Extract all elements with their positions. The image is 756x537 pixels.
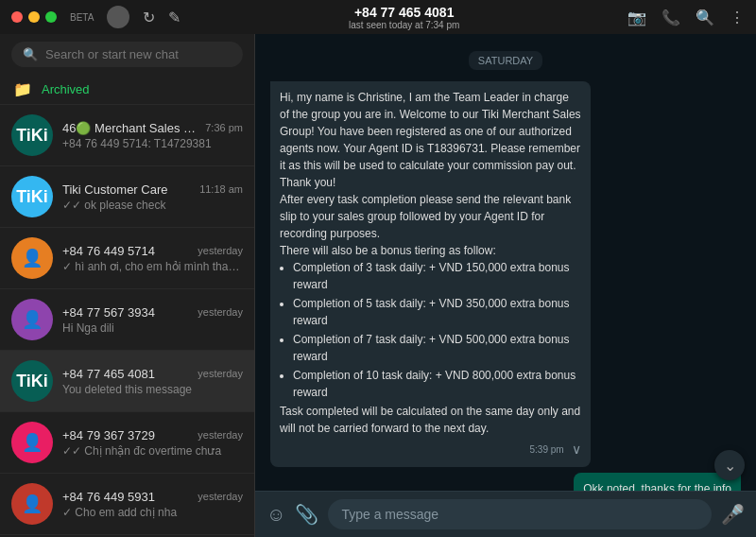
chat-item-top: +84 77 465 4081 yesterday (62, 367, 243, 381)
search-icon[interactable]: 🔍 (696, 9, 714, 26)
chat-item-name: +84 76 449 5931 (62, 490, 155, 504)
chat-item-content: 46🟢 Merchant Sales Group 7:36 pm +84 76 … (62, 121, 243, 150)
chat-list-item[interactable]: TiKi +84 77 465 4081 yesterday You delet… (0, 351, 254, 412)
chat-avatar: TiKi (11, 360, 53, 402)
chat-item-name: +84 77 567 3934 (62, 305, 155, 320)
message-bubble: Okk noted. thanks for the info 5:40 pm ✓… (574, 473, 741, 491)
close-button[interactable] (11, 11, 23, 23)
chat-item-preview: ✓ Cho em add chị nha (62, 506, 243, 519)
chat-item-time: yesterday (198, 491, 243, 502)
message-input[interactable] (328, 499, 712, 529)
chat-item-name: 46🟢 Merchant Sales Group (62, 121, 204, 135)
avatar (107, 6, 129, 28)
message-text: Hi, my name is Christine, I am the Team … (280, 89, 581, 437)
compose-icon[interactable]: ✎ (168, 9, 180, 26)
search-box[interactable]: 🔍 (11, 42, 243, 67)
chat-item-content: +84 77 567 3934 yesterday Hi Nga dili (62, 305, 243, 335)
chat-item-name: +84 76 449 5714 (62, 244, 155, 258)
chat-item-content: Tiki Customer Care 11:18 am ✓✓ ok please… (62, 182, 243, 212)
traffic-lights (11, 11, 57, 23)
chat-item-preview: ✓✓ Chị nhận đc overtime chưa (62, 444, 243, 458)
archived-row[interactable]: 📁 Archived (0, 75, 254, 105)
chat-item-time: 11:18 am (199, 183, 243, 195)
search-icon: 🔍 (23, 47, 38, 61)
chat-item-preview: ✓ hì anh ơi, cho em hỏi mình tham gia cá… (62, 260, 243, 273)
chat-list-item[interactable]: TiKi Tiki Customer Care 11:18 am ✓✓ ok p… (0, 166, 254, 228)
chat-item-top: Tiki Customer Care 11:18 am (62, 182, 243, 197)
bonus-list: Completion of 3 task daily: + VND 150,00… (280, 259, 581, 401)
menu-icon[interactable]: ⋮ (730, 9, 745, 26)
fullscreen-button[interactable] (45, 11, 57, 23)
chat-avatar: 👤 (11, 483, 53, 525)
chat-item-name: +84 79 367 3729 (62, 428, 155, 442)
scroll-down-button[interactable]: ⌄ (714, 450, 745, 480)
video-call-icon[interactable]: 📷 (627, 9, 646, 26)
chat-item-top: 46🟢 Merchant Sales Group 7:36 pm (62, 121, 243, 135)
chat-item-name: +84 77 465 4081 (62, 367, 155, 381)
chat-item-time: yesterday (198, 368, 243, 379)
archive-icon: 📁 (13, 80, 32, 98)
chat-item-top: +84 76 449 5714 yesterday (62, 244, 243, 258)
chat-item-time: yesterday (198, 245, 243, 256)
message-bubble: Hi, my name is Christine, I am the Team … (270, 81, 591, 467)
titlebar-left-icons: ↻ ✎ (143, 9, 180, 26)
voice-call-icon[interactable]: 📞 (662, 9, 680, 26)
chat-item-time: yesterday (198, 429, 243, 441)
titlebar-center: +84 77 465 4081 last seen today at 7:34 … (190, 5, 618, 30)
titlebar-right-icons: 📷 📞 🔍 ⋮ (627, 9, 745, 26)
chat-item-top: +84 79 367 3729 yesterday (62, 428, 243, 442)
chat-item-preview: You deleted this message (62, 383, 243, 396)
chat-list-item[interactable]: 👤 +84 76 449 5931 yesterday ✓ Cho em add… (0, 474, 254, 535)
collapse-indicator[interactable]: ∨ (572, 440, 581, 459)
chat-list-item[interactable]: 👤 +84 77 567 3934 yesterday Hi Nga dili (0, 289, 254, 351)
chat-item-content: +84 76 449 5931 yesterday ✓ Cho em add c… (62, 490, 243, 519)
chat-avatar: TiKi (11, 176, 53, 217)
chat-avatar: 👤 (11, 422, 53, 463)
search-section: 🔍 (0, 34, 254, 75)
chat-item-content: +84 79 367 3729 yesterday ✓✓ Chị nhận đc… (62, 428, 243, 458)
chat-item-preview: +84 76 449 5714: T14729381 (62, 137, 243, 150)
chat-item-time: 7:36 pm (205, 122, 243, 133)
chat-item-time: yesterday (198, 306, 243, 318)
chat-list-item[interactable]: TiKi 46🟢 Merchant Sales Group 7:36 pm +8… (0, 105, 254, 166)
emoji-icon[interactable]: ☺ (266, 504, 285, 526)
minimize-button[interactable] (28, 11, 40, 23)
chat-item-content: +84 76 449 5714 yesterday ✓ hì anh ơi, c… (62, 244, 243, 273)
chat-item-preview: ✓✓ ok please check (62, 199, 243, 212)
message-text: Okk noted. thanks for the info (583, 480, 731, 491)
chat-messages: SATURDAY Hi, my name is Christine, I am … (255, 34, 756, 491)
chat-item-top: +84 76 449 5931 yesterday (62, 490, 243, 504)
archived-label: Archived (42, 82, 90, 96)
chat-item-name: Tiki Customer Care (62, 182, 167, 197)
chat-item-preview: Hi Nga dili (62, 321, 243, 335)
main-layout: 🔍 📁 Archived TiKi 46🟢 Merchant Sales Gro… (0, 34, 756, 537)
sidebar: 🔍 📁 Archived TiKi 46🟢 Merchant Sales Gro… (0, 34, 255, 537)
refresh-icon[interactable]: ↻ (143, 9, 155, 26)
chat-list-item[interactable]: 👤 +84 76 449 5714 yesterday ✓ hì anh ơi,… (0, 228, 254, 289)
message-time: 5:39 pm ∨ (280, 440, 581, 459)
date-divider: SATURDAY (270, 51, 741, 68)
attach-icon[interactable]: 📎 (295, 503, 318, 526)
chat-item-top: +84 77 567 3934 yesterday (62, 305, 243, 320)
chat-list: TiKi 46🟢 Merchant Sales Group 7:36 pm +8… (0, 105, 254, 537)
chat-item-content: +84 77 465 4081 yesterday You deleted th… (62, 367, 243, 396)
chat-list-item[interactable]: 👤 +84 79 367 3729 yesterday ✓✓ Chị nhận … (0, 412, 254, 474)
mic-icon[interactable]: 🎤 (721, 503, 745, 526)
beta-label: BETA (70, 12, 94, 23)
chat-avatar: 👤 (11, 237, 53, 279)
titlebar: BETA ↻ ✎ +84 77 465 4081 last seen today… (0, 0, 756, 34)
chat-status: last seen today at 7:34 pm (349, 20, 459, 30)
chat-area: SATURDAY Hi, my name is Christine, I am … (255, 34, 756, 537)
chat-avatar: TiKi (11, 114, 53, 156)
chat-title-phone: +84 77 465 4081 (354, 5, 455, 20)
search-input[interactable] (45, 47, 232, 61)
chat-avatar: 👤 (11, 299, 53, 340)
chat-input-bar: ☺ 📎 🎤 (255, 491, 756, 537)
